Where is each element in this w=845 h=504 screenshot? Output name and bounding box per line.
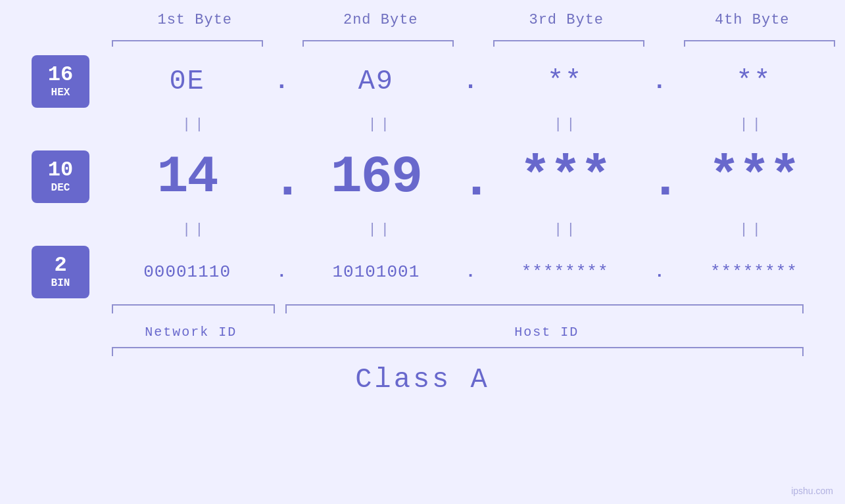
eq8: || [660,221,846,238]
eq7: || [473,221,660,238]
bin-byte2: 10101001 [291,262,460,282]
hex-row: 16 HEX 0E . A9 . ** . ** [0,52,845,111]
dec-row: 10 DEC 14 . 169 . *** . *** [0,137,845,216]
bin-base-label: BIN [51,277,70,289]
hex-base-label: HEX [51,87,70,99]
network-id-label: Network ID [102,325,280,340]
bin-dot2: . [461,262,481,282]
hex-byte3: ** [481,66,650,97]
bracket-byte3 [483,34,654,47]
hex-dot2: . [461,68,481,95]
eq2: || [288,116,474,133]
class-label: Class A [355,364,489,396]
byte2-header: 2nd Byte [288,12,474,28]
byte-headers: 1st Byte 2nd Byte 3rd Byte 4th Byte [102,12,845,28]
hex-badge: 16 HEX [32,55,89,108]
eq6: || [288,221,474,238]
bracket-byte1 [102,34,273,47]
eq4: || [660,116,846,133]
bin-byte3: ******** [481,262,650,282]
dec-dot1: . [272,150,291,210]
bracket-byte4 [674,34,845,47]
bin-dot1: . [272,262,291,282]
dec-dot3: . [650,150,669,210]
hex-base-num: 16 [48,64,73,85]
class-row: Class A [0,360,845,400]
bin-row: 2 BIN 00001110 . 10101001 . ******** . *… [0,242,845,302]
dec-byte4: *** [669,147,838,207]
hex-dot1: . [272,68,291,95]
bracket-byte2 [293,34,464,47]
bin-byte4: ******** [669,262,838,282]
hex-dot3: . [650,68,669,95]
dec-values: 14 . 169 . *** . *** [96,147,845,207]
dec-base-num: 10 [48,160,73,181]
eq3: || [473,116,660,133]
bin-values: 00001110 . 10101001 . ******** . *******… [96,262,845,282]
byte1-header: 1st Byte [102,12,288,28]
host-bracket [280,304,814,317]
bin-byte1: 00001110 [103,262,272,282]
hex-byte4: ** [669,66,838,97]
host-id-label: Host ID [280,325,814,340]
network-bracket [102,304,280,317]
hex-byte1: 0E [103,66,272,97]
bin-badge: 2 BIN [32,246,89,298]
dec-badge: 10 DEC [32,150,89,203]
dec-base-label: DEC [51,182,70,194]
main-container: 1st Byte 2nd Byte 3rd Byte 4th Byte [0,0,845,504]
dec-byte2: 169 [291,147,460,207]
dec-dot2: . [461,150,481,210]
watermark: ipshu.com [791,486,833,496]
hex-byte2: A9 [291,66,460,97]
section-labels: Network ID Host ID [102,317,813,347]
dec-byte1: 14 [103,147,272,207]
dec-byte3: *** [481,147,650,207]
equals-row-1: || || || || [102,111,845,137]
hex-values: 0E . A9 . ** . ** [96,66,845,97]
bin-base-num: 2 [54,255,66,276]
equals-row-2: || || || || [102,216,845,242]
byte3-header: 3rd Byte [473,12,660,28]
eq5: || [102,221,288,238]
eq1: || [102,116,288,133]
full-bottom-bracket [102,347,813,360]
top-brackets [102,34,845,47]
bottom-bracket-area [102,304,813,317]
byte4-header: 4th Byte [660,12,846,28]
bin-dot3: . [650,262,669,282]
